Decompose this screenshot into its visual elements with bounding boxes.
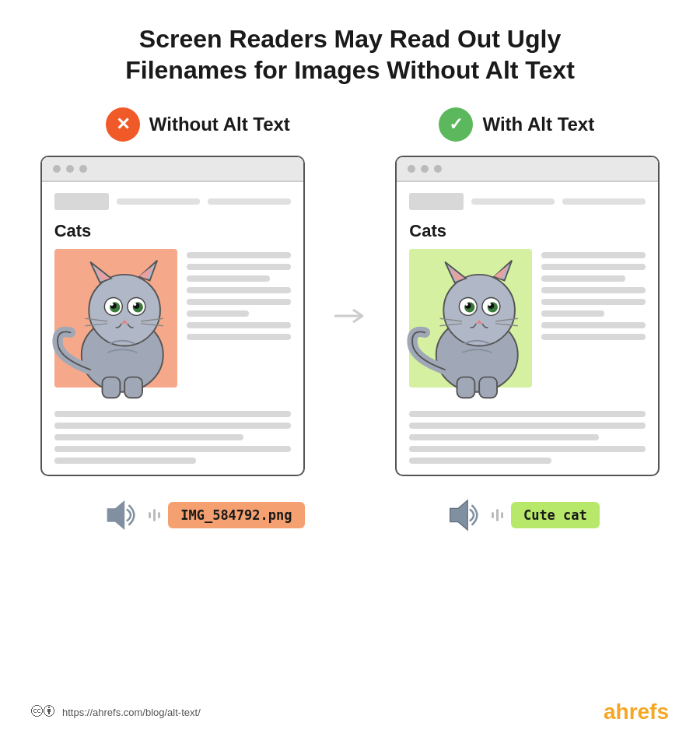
bl2 [54,423,291,429]
page-title: Screen Readers May Read Out Ugly Filenam… [86,23,614,86]
bad-filename-badge: IMG_584792.png [168,502,304,528]
line5 [187,299,291,305]
rwave1 [492,512,494,518]
rbl3 [409,434,598,440]
rbl2 [409,423,646,429]
bl3 [54,434,243,440]
bl1 [54,411,291,417]
bottom-lines-left [54,411,291,464]
speaker-icon-left [100,495,141,535]
wave1 [149,512,151,518]
footer-left: 🅭🅯 https://ahrefs.com/blog/alt-text/ [31,705,201,719]
rline6 [541,310,604,317]
svg-rect-42 [479,377,497,398]
line1 [187,252,291,258]
wave3 [158,512,160,518]
svg-point-12 [110,303,114,306]
without-alt-label-group: ✕ Without Alt Text [106,107,290,142]
svg-point-1 [89,275,160,346]
nav-box-right [409,193,464,210]
rline2 [541,264,646,270]
rline8 [541,334,646,340]
svg-point-13 [133,303,136,306]
rbl4 [409,446,646,452]
dot2 [66,165,74,173]
footer-link[interactable]: https://ahrefs.com/blog/alt-text/ [62,707,201,718]
rline1 [541,252,646,258]
audio-item-left: IMG_584792.png [100,495,304,535]
browser-with-alt: Cats [395,156,660,476]
rline7 [541,322,646,328]
speaker-icon-right [443,495,484,535]
svg-marker-44 [450,500,468,530]
cat-illustration-left [43,240,194,403]
rbl5 [409,458,551,464]
audio-item-right: Cute cat [443,495,600,535]
cat-image-good [409,249,532,388]
footer: 🅭🅯 https://ahrefs.com/blog/alt-text/ ahr… [31,692,669,724]
svg-point-35 [488,303,492,306]
arrow-container [331,307,369,325]
labels-row: ✕ Without Alt Text ✓ With Alt Text [31,107,669,142]
sound-waves-left [149,509,160,521]
browser-content-left: Cats [42,182,303,475]
nav-placeholder-left [54,193,291,210]
line4 [187,287,291,293]
ahrefs-logo: ahrefs [604,700,669,724]
bottom-lines-right [409,411,646,464]
dot4 [408,165,415,173]
nav-line-left2 [208,198,291,205]
dot1 [53,165,61,173]
cat-illustration-right [397,240,549,403]
rline5 [541,299,646,305]
left-text-lines [187,249,291,340]
bl4 [54,446,291,452]
browsers-row: Cats [31,156,669,476]
nav-box-left [54,193,109,210]
without-alt-label: Without Alt Text [149,114,290,135]
bl5 [54,458,196,464]
dot5 [421,165,429,173]
browser-bar-right [397,157,658,182]
good-icon: ✓ [439,107,473,142]
browser-content-right: Cats [397,182,658,475]
rwave3 [501,512,503,518]
main-container: Screen Readers May Read Out Ugly Filenam… [0,0,700,740]
cat-image-bad [54,249,177,388]
with-alt-label: With Alt Text [482,114,594,135]
line8 [187,334,291,340]
line2 [187,264,291,270]
line6 [187,310,249,317]
rwave2 [496,509,499,521]
browser-bar-left [42,157,303,182]
right-text-lines [541,249,646,340]
nav-line-right2 [562,198,646,205]
svg-rect-41 [457,377,475,398]
rline3 [541,275,625,282]
dot6 [434,165,442,173]
right-page-heading: Cats [409,221,646,241]
arrow-icon [333,307,367,325]
line3 [187,275,270,282]
nav-line-left [117,198,200,205]
line7 [187,322,291,328]
right-content-area [409,249,646,388]
svg-marker-43 [107,500,125,530]
nav-line-right [471,198,555,205]
bad-icon: ✕ [106,107,140,142]
browser-without-alt: Cats [40,156,305,476]
svg-rect-19 [102,377,120,398]
svg-point-23 [444,275,516,346]
svg-rect-20 [124,377,142,398]
wave2 [153,509,156,521]
good-filename-badge: Cute cat [511,502,600,528]
svg-point-34 [465,303,468,306]
cc-icon: 🅭🅯 [31,705,56,719]
left-content-area [54,249,291,388]
left-page-heading: Cats [54,221,291,241]
audio-row: IMG_584792.png Cute cat [31,495,669,535]
dot3 [79,165,87,173]
nav-placeholder-right [409,193,646,210]
rbl1 [409,411,646,417]
with-alt-label-group: ✓ With Alt Text [439,107,594,142]
